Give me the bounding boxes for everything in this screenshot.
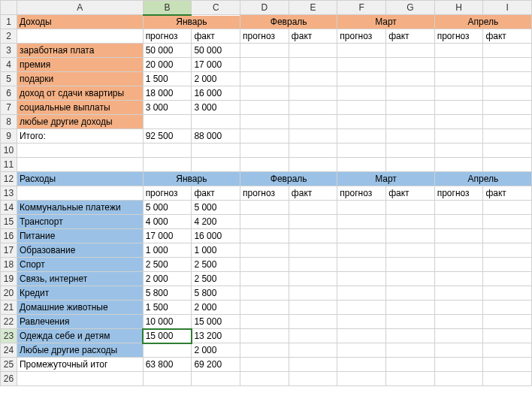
cell[interactable]: 1 500 [143, 301, 192, 315]
cell[interactable]: 88 000 [192, 129, 240, 144]
cell[interactable] [289, 301, 337, 315]
cell[interactable] [483, 258, 532, 272]
row-header[interactable]: 23 [1, 329, 17, 343]
row-header[interactable]: 3 [1, 44, 17, 58]
cell[interactable] [240, 58, 289, 72]
col-header-C[interactable]: C [192, 1, 240, 15]
cell[interactable] [386, 58, 435, 72]
cell[interactable] [483, 144, 532, 158]
cell[interactable] [483, 329, 532, 343]
row-header[interactable]: 1 [1, 15, 17, 29]
cell[interactable] [240, 215, 289, 229]
cell[interactable] [337, 201, 386, 215]
cell[interactable]: 50 000 [192, 44, 240, 58]
cell[interactable]: Связь, интернет [17, 272, 143, 286]
cell[interactable] [240, 243, 289, 258]
cell[interactable] [17, 144, 143, 158]
cell[interactable]: 5 000 [192, 201, 240, 215]
cell[interactable] [143, 372, 192, 386]
cell[interactable]: 3 000 [192, 101, 240, 115]
cell[interactable]: Расходы [17, 172, 143, 186]
cell[interactable]: 5 800 [192, 286, 240, 301]
cell[interactable]: 17 000 [192, 58, 240, 72]
cell[interactable] [434, 243, 483, 258]
row-header[interactable]: 17 [1, 243, 17, 258]
cell[interactable]: Апрель [434, 172, 531, 186]
cell[interactable] [386, 258, 435, 272]
row-header[interactable]: 9 [1, 129, 17, 144]
cell[interactable] [434, 72, 483, 86]
cell[interactable] [337, 286, 386, 301]
cell[interactable] [386, 86, 435, 101]
cell[interactable] [240, 44, 289, 58]
cell[interactable] [240, 101, 289, 115]
cell[interactable]: доход от сдачи квартиры [17, 86, 143, 101]
cell[interactable] [483, 58, 532, 72]
cell[interactable]: Транспорт [17, 215, 143, 229]
cell[interactable]: прогноз [143, 29, 192, 44]
col-header-A[interactable]: A [17, 1, 143, 15]
cell[interactable] [240, 129, 289, 144]
cell[interactable] [337, 129, 386, 144]
cell[interactable] [337, 272, 386, 286]
row-header[interactable]: 24 [1, 343, 17, 358]
row-header[interactable]: 22 [1, 315, 17, 329]
select-all-corner[interactable] [1, 1, 17, 15]
cell[interactable] [289, 372, 337, 386]
cell[interactable]: 17 000 [143, 229, 192, 243]
cell[interactable] [337, 301, 386, 315]
cell[interactable] [386, 44, 435, 58]
cell[interactable] [240, 272, 289, 286]
cell[interactable] [143, 144, 192, 158]
row-header[interactable]: 8 [1, 115, 17, 129]
cell[interactable] [386, 129, 435, 144]
cell[interactable] [337, 86, 386, 101]
cell[interactable] [434, 101, 483, 115]
cell[interactable]: Доходы [17, 15, 143, 29]
cell[interactable]: прогноз [240, 186, 289, 201]
cell[interactable] [483, 44, 532, 58]
cell[interactable] [483, 343, 532, 358]
cell[interactable] [143, 343, 192, 358]
cell[interactable]: Январь [143, 15, 240, 29]
col-header-B[interactable]: B [143, 1, 192, 15]
cell[interactable] [434, 329, 483, 343]
cell[interactable] [240, 72, 289, 86]
cell[interactable] [337, 101, 386, 115]
cell[interactable] [289, 243, 337, 258]
cell[interactable] [434, 215, 483, 229]
cell[interactable] [289, 272, 337, 286]
cell[interactable] [434, 229, 483, 243]
cell[interactable]: прогноз [143, 186, 192, 201]
spreadsheet-grid[interactable]: A B C D E F G H I 1 Доходы Январь Феврал… [0, 0, 532, 386]
cell[interactable]: социальные выплаты [17, 101, 143, 115]
cell[interactable] [483, 286, 532, 301]
col-header-I[interactable]: I [483, 1, 532, 15]
cell[interactable] [289, 72, 337, 86]
cell[interactable] [192, 144, 240, 158]
cell[interactable] [386, 301, 435, 315]
cell[interactable] [17, 372, 143, 386]
cell[interactable] [483, 158, 532, 172]
cell[interactable] [17, 186, 143, 201]
cell[interactable] [434, 286, 483, 301]
cell[interactable]: 69 200 [192, 358, 240, 372]
row-header[interactable]: 19 [1, 272, 17, 286]
cell[interactable] [434, 315, 483, 329]
cell[interactable] [289, 115, 337, 129]
cell[interactable] [483, 115, 532, 129]
row-header[interactable]: 4 [1, 58, 17, 72]
cell[interactable]: факт [192, 186, 240, 201]
cell[interactable]: 10 000 [143, 315, 192, 329]
cell[interactable] [17, 29, 143, 44]
cell[interactable] [289, 215, 337, 229]
cell[interactable]: 2 000 [143, 272, 192, 286]
cell[interactable]: Февраль [240, 15, 337, 29]
cell[interactable] [337, 329, 386, 343]
cell[interactable]: факт [483, 186, 532, 201]
cell[interactable] [483, 272, 532, 286]
cell[interactable] [434, 158, 483, 172]
cell[interactable]: прогноз [337, 186, 386, 201]
cell[interactable] [337, 315, 386, 329]
cell[interactable]: 4 000 [143, 215, 192, 229]
